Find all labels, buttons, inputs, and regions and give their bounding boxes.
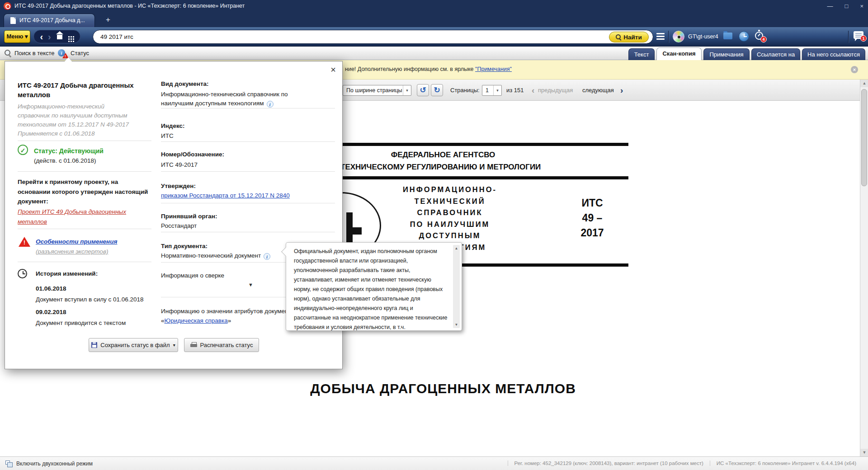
project-caption: Перейти к принятому проекту, на основани… xyxy=(18,177,151,207)
tab-referenced-by[interactable]: На него ссылаются xyxy=(802,48,865,61)
scan-doc-title: ДОБЫЧА ДРАГОЦЕННЫХ МЕТАЛЛОВ xyxy=(271,381,615,396)
expand-arrow-icon[interactable]: ▼ xyxy=(248,282,253,287)
search-in-text-button[interactable]: Поиск в тексте xyxy=(14,50,55,56)
window-titlebar: ИТС 49-2017 Добыча драгоценных металлов … xyxy=(0,0,868,12)
next-page-button[interactable]: следующая xyxy=(582,87,614,94)
divider xyxy=(18,262,151,262)
two-window-icon[interactable] xyxy=(5,461,10,465)
chat-badge: 1 xyxy=(860,35,867,42)
verify-section-label: Информация о сверке xyxy=(161,272,224,279)
approved-order-link[interactable]: приказом Росстандарта от 15.12.2017 N 28… xyxy=(161,192,290,199)
page-select[interactable]: 1 ▾ xyxy=(482,85,502,96)
rosstandart-logo-mark xyxy=(353,227,362,235)
menu-button[interactable]: Меню ▾ xyxy=(4,30,30,43)
search-icon xyxy=(616,34,622,40)
status-date-note: (действ. с 01.06.2018) xyxy=(34,157,96,164)
rotate-right-button[interactable]: ↻ xyxy=(431,84,443,96)
divider xyxy=(161,171,335,172)
notice-close-icon[interactable]: × xyxy=(851,66,858,73)
tab-text[interactable]: Текст xyxy=(628,48,655,61)
status-value: Статус: Действующий xyxy=(34,147,104,155)
avatar[interactable] xyxy=(673,31,684,42)
dialog-doc-subtitle: Информационно-технический справочник по … xyxy=(18,102,131,138)
scroll-down-icon[interactable]: ▼ xyxy=(453,321,460,328)
scrollbar-thumb[interactable] xyxy=(861,89,867,186)
search-in-text-icon xyxy=(5,50,11,56)
field-approved-label: Утвержден: xyxy=(161,183,196,189)
registration-info: Рег. номер: 452_342129 (ключ: 2008143), … xyxy=(508,461,710,466)
notes-link[interactable]: "Примечания" xyxy=(475,66,512,72)
document-icon xyxy=(10,17,16,24)
forward-button[interactable]: › xyxy=(48,31,51,42)
divider xyxy=(668,31,669,43)
info-icon[interactable]: i xyxy=(267,101,274,108)
find-button[interactable]: Найти xyxy=(609,32,649,42)
document-tab[interactable]: ИТС 49-2017 Добыча д... xyxy=(4,14,95,27)
page-count: из 151 xyxy=(506,87,524,94)
attrs-note-line2: «Юридическая справка» xyxy=(161,317,231,324)
scrollbar[interactable]: ▲ ▼ xyxy=(860,80,868,456)
clock-icon[interactable] xyxy=(739,31,749,42)
rosstandart-logo-mark xyxy=(346,212,353,243)
home-icon[interactable] xyxy=(56,34,63,40)
chevron-down-icon: ▾ xyxy=(493,85,501,95)
info-icon[interactable]: i xyxy=(264,253,270,260)
field-number-label: Номер/Обозначение: xyxy=(161,151,224,158)
divider xyxy=(18,171,151,172)
scale-select[interactable]: По ширине страницы ▾ xyxy=(343,85,411,96)
search-field: Найти xyxy=(93,30,653,44)
floppy-icon xyxy=(91,342,97,348)
divider xyxy=(161,141,335,142)
field-index-label: Индекс: xyxy=(161,122,185,129)
divider xyxy=(161,108,335,108)
scan-rule xyxy=(338,176,628,179)
maximize-button[interactable]: □ xyxy=(845,3,849,9)
prev-chevron-icon[interactable]: ‹ xyxy=(532,85,534,95)
printer-icon xyxy=(190,342,197,348)
hamburger-menu-icon[interactable] xyxy=(656,33,665,40)
history-clock-icon xyxy=(18,269,27,278)
app-logo-icon xyxy=(4,2,11,10)
tab-notes[interactable]: Примечания xyxy=(703,48,750,61)
close-button[interactable]: × xyxy=(860,3,863,9)
notice-text: ние! Дополнительную информацию см. в ярл… xyxy=(345,66,512,72)
scan-agency-line2: ТЕХНИЧЕСКОМУ РЕГУЛИРОВАНИЮ И МЕТРОЛОГИИ xyxy=(340,163,541,172)
save-status-button[interactable]: Сохранить статус в файл ▾ xyxy=(89,338,178,352)
field-number-value: ИТС 49-2017 xyxy=(161,161,198,168)
attrs-note-line1: Информацию о значении атрибутов документ… xyxy=(161,308,299,315)
rotate-left-button[interactable]: ↺ xyxy=(417,84,429,96)
field-doctype-value: Нормативно-технический документi xyxy=(161,252,270,260)
project-link[interactable]: Проект ИТС 49 Добыча драгоценных металло… xyxy=(18,207,151,226)
scan-rule xyxy=(338,143,628,146)
dialog-close-icon[interactable]: × xyxy=(330,65,336,74)
status-button[interactable]: Статус xyxy=(71,50,89,56)
field-type-label: Вид документа: xyxy=(161,80,209,87)
print-status-button[interactable]: Распечатать статус xyxy=(184,338,259,352)
new-tab-button[interactable]: + xyxy=(102,14,114,25)
features-link[interactable]: Особенности применения xyxy=(36,238,117,245)
tooltip-scrollbar[interactable]: ▲ ▼ xyxy=(453,245,460,328)
folder-icon[interactable] xyxy=(723,33,732,39)
apps-grid-icon[interactable] xyxy=(68,36,70,38)
chevron-down-icon: ▾ xyxy=(173,343,175,348)
pages-label: Страницы: xyxy=(450,87,480,94)
search-input[interactable] xyxy=(100,31,598,43)
tab-references-to[interactable]: Ссылается на xyxy=(751,48,800,61)
scroll-up-icon[interactable]: ▲ xyxy=(860,80,868,87)
back-button[interactable]: ‹ xyxy=(40,31,43,42)
features-note-link[interactable]: (разъяснения экспертов) xyxy=(36,248,108,255)
prev-page-button[interactable]: предыдущая xyxy=(538,87,573,94)
tooltip-text: Официальный документ, издан полномочным … xyxy=(294,247,448,332)
two-window-toggle[interactable]: Включить двухоконный режим xyxy=(16,461,93,467)
scan-agency-line1: ФЕДЕРАЛЬНОЕ АГЕНТСВО xyxy=(316,150,570,160)
next-chevron-icon[interactable]: › xyxy=(620,85,623,95)
divider xyxy=(18,229,151,229)
scroll-down-icon[interactable]: ▼ xyxy=(860,449,868,456)
minimize-button[interactable]: — xyxy=(827,3,833,9)
window-title: ИТС 49-2017 Добыча драгоценных металлов … xyxy=(14,3,245,9)
doctype-tooltip: Официальный документ, издан полномочным … xyxy=(286,242,462,331)
app-window: ИТС 49-2017 Добыча драгоценных металлов … xyxy=(0,0,868,470)
scroll-up-icon[interactable]: ▲ xyxy=(453,245,460,252)
legal-reference-link[interactable]: Юридическая справка xyxy=(165,317,228,324)
tab-scan-copy[interactable]: Скан-копия xyxy=(656,47,702,61)
